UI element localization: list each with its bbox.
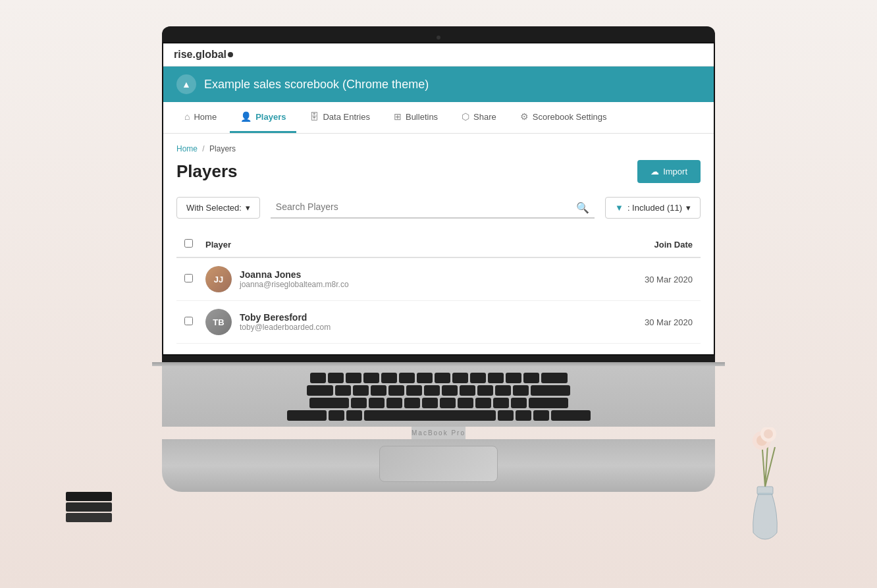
breadcrumb: Home / Players: [176, 144, 701, 153]
tab-home[interactable]: ⌂ Home: [174, 102, 227, 133]
key: [488, 373, 504, 383]
key: [511, 398, 527, 408]
select-all-column: [184, 238, 198, 250]
row-1-check: [184, 273, 198, 285]
magnifier-icon: 🔍: [576, 202, 589, 213]
key: [458, 398, 473, 408]
key: [346, 410, 362, 421]
screen-bottom-bezel: [162, 356, 715, 362]
keyboard-row-2: [188, 385, 689, 396]
key: [513, 385, 529, 396]
breadcrumb-separator: /: [202, 144, 204, 153]
breadcrumb-home[interactable]: Home: [176, 144, 198, 153]
scorebook-header: ▲ Example sales scorebook (Chrome theme): [163, 67, 714, 102]
key: [475, 398, 491, 408]
key: [533, 410, 549, 421]
key: [346, 373, 361, 383]
key: [452, 373, 468, 383]
avatar-joanna: JJ: [205, 266, 232, 292]
key: [329, 410, 344, 421]
players-table: Player Join Date JJ: [176, 232, 701, 344]
svg-point-7: [764, 429, 773, 439]
avatar-initials-joanna: JJ: [214, 275, 223, 284]
scorebook-icon: ▲: [176, 74, 196, 94]
scorebook-title: Example sales scorebook (Chrome theme): [204, 78, 429, 92]
key: [551, 410, 591, 421]
import-button[interactable]: ☁ Import: [637, 160, 701, 183]
key: [388, 385, 404, 396]
players-icon: 👤: [240, 111, 252, 122]
logo: rise.global: [174, 49, 226, 61]
chevron-down-icon: ▾: [246, 203, 250, 213]
cloud-upload-icon: ☁: [651, 167, 659, 176]
camera: [437, 36, 440, 40]
avatar-toby: TB: [205, 309, 232, 335]
tab-bulletins[interactable]: ⊞ Bulletins: [383, 102, 448, 133]
filter-icon: ▼: [615, 203, 624, 213]
search-input[interactable]: [271, 196, 595, 219]
camera-row: [162, 36, 715, 42]
search-wrap: 🔍: [271, 196, 595, 219]
screen-content: rise.global ▲ Example sales scorebook (C…: [162, 42, 715, 356]
table-row: JJ Joanna Jones joanna@riseglobalteam.m8…: [176, 258, 701, 301]
keyboard-row-1: [188, 373, 689, 383]
key: [335, 385, 351, 396]
join-date-column-header: Join Date: [614, 240, 693, 250]
player-2-name: Toby Beresford: [240, 312, 331, 323]
table-header-row: Player Join Date: [176, 232, 701, 258]
player-1-name: Joanna Jones: [240, 269, 349, 280]
toolbar-row: With Selected: ▾ 🔍 ▼ : Included (11) ▾: [176, 196, 701, 219]
key: [506, 373, 521, 383]
trackpad[interactable]: [379, 446, 498, 482]
scene: rise.global ▲ Example sales scorebook (C…: [0, 0, 877, 588]
bulletins-icon: ⊞: [394, 111, 402, 122]
tab-players[interactable]: 👤 Players: [230, 102, 296, 133]
breadcrumb-current: Players: [209, 144, 236, 153]
share-icon: ⬡: [462, 111, 469, 122]
settings-icon: ⚙: [520, 111, 529, 122]
row-2-check: [184, 316, 198, 328]
logo-bar: rise.global: [163, 43, 714, 67]
keyboard-row-4: [188, 410, 689, 421]
key: [351, 398, 367, 408]
key: [470, 373, 486, 383]
key: [498, 410, 514, 421]
content-area: Home / Players Players ☁ Import With Sel…: [163, 134, 714, 354]
keyboard-deck: [162, 366, 715, 427]
key: [477, 385, 493, 396]
key: [404, 398, 420, 408]
filter-button[interactable]: ▼ : Included (11) ▾: [605, 197, 701, 219]
key: [381, 373, 397, 383]
book-3: [66, 513, 112, 522]
row-2-checkbox[interactable]: [184, 317, 193, 325]
data-entries-icon: 🗄: [309, 111, 319, 122]
key: [309, 398, 349, 408]
key: [493, 398, 509, 408]
key: [422, 398, 438, 408]
key: [287, 410, 327, 421]
svg-rect-0: [757, 487, 773, 494]
laptop-bottom: [162, 439, 715, 492]
avatar-initials-toby: TB: [213, 317, 224, 327]
books-decoration: [66, 492, 112, 522]
player-1-details: Joanna Jones joanna@riseglobalteam.m8r.c…: [240, 269, 349, 289]
key: [440, 398, 456, 408]
tab-share[interactable]: ⬡ Share: [451, 102, 507, 133]
key: [386, 398, 402, 408]
player-1-info: JJ Joanna Jones joanna@riseglobalteam.m8…: [205, 266, 606, 292]
laptop-brand: MacBook Pro: [412, 427, 465, 439]
tab-scorebook-settings[interactable]: ⚙ Scorebook Settings: [510, 102, 618, 133]
home-icon: ⌂: [184, 111, 190, 122]
laptop-container: rise.global ▲ Example sales scorebook (C…: [152, 26, 725, 492]
row-1-checkbox[interactable]: [184, 274, 193, 282]
player-column-header: Player: [205, 240, 606, 250]
select-all-checkbox[interactable]: [184, 239, 193, 248]
search-button[interactable]: 🔍: [576, 201, 589, 214]
key: [516, 410, 531, 421]
key: [369, 398, 385, 408]
with-selected-button[interactable]: With Selected: ▾: [176, 197, 260, 219]
player-1-email: joanna@riseglobalteam.m8r.co: [240, 280, 349, 289]
tab-data-entries[interactable]: 🗄 Data Entries: [299, 102, 381, 133]
book-1: [66, 492, 112, 501]
vase-decoration: [739, 427, 791, 548]
